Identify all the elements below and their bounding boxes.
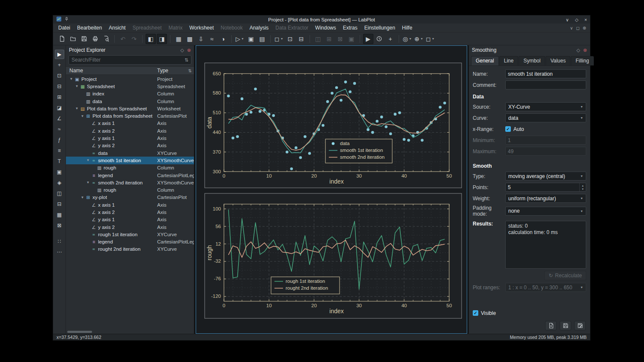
tree-row-x-axis-1-axis[interactable]: ∠x axis 1Axis [66, 201, 194, 208]
navigate-mode-button[interactable]: ◎▼ [402, 34, 413, 44]
tab-line[interactable]: Line [499, 56, 519, 65]
save-config-button[interactable] [560, 321, 571, 330]
new-matrix-button[interactable]: ▩ [185, 34, 195, 44]
float-panel-icon[interactable]: ◇ [180, 47, 184, 53]
menu-worksheet[interactable]: Worksheet [186, 24, 217, 31]
open-project-button[interactable] [68, 34, 78, 44]
tree-row-x-axis-2-axis[interactable]: ∠x axis 2Axis [66, 208, 194, 216]
filter-options-icon[interactable]: ⇅ [185, 57, 188, 63]
color-maps-button[interactable]: ◑ [218, 34, 228, 44]
new-spreadsheet-button[interactable]: ▦ [173, 34, 184, 44]
new-project-button[interactable] [57, 34, 67, 44]
tab-general[interactable]: General [471, 56, 499, 65]
name-field[interactable] [505, 69, 586, 78]
add-plot-button[interactable]: ◪ [55, 103, 64, 113]
pin-icon[interactable] [64, 17, 69, 22]
curve-select[interactable]: data▼ [505, 113, 586, 122]
plot-legend[interactable]: datasmooth 1st iterationsmooth 2nd itera… [325, 139, 392, 163]
column-header-name[interactable]: Name [66, 68, 83, 74]
print-preview-button[interactable] [101, 34, 111, 44]
tab-symbol[interactable]: Symbol [519, 56, 545, 65]
tree-row-rough-1st-iteration-xycurve[interactable]: ≈rough 1st iterationXYCurve [66, 231, 194, 238]
tree-row-legend-cartesianplotlegend[interactable]: ≡legendCartesianPlotLegend [66, 238, 194, 246]
import-data-button[interactable]: ⇩ [196, 34, 206, 44]
close-panel-icon[interactable]: ⊗ [187, 47, 191, 53]
comment-field[interactable] [505, 80, 586, 89]
mdi-close-icon[interactable]: ⊗ [583, 26, 586, 30]
expander-open-icon[interactable]: ▼ [74, 107, 80, 110]
plot-background[interactable] [205, 193, 462, 318]
add-equation-curve-button[interactable]: ƒ [55, 135, 64, 145]
mdi-restore-icon[interactable]: ∨ [570, 26, 573, 30]
tab-filling[interactable]: Filling [571, 56, 593, 65]
more-options-button[interactable]: ⋯ [55, 247, 64, 257]
sort-icon[interactable]: ⇅ [188, 68, 192, 73]
tree-row-plot-data-from-spreadsheet-cartesianplot[interactable]: ▼⊞Plot data from SpreadsheetCartesianPlo… [66, 112, 194, 119]
menu-analysis[interactable]: Analysis [246, 24, 272, 31]
tree-row-smooth-2nd-iteration-xysmoothcurve[interactable]: ▼≈smooth 2nd iterationXYSmoothCurve [66, 179, 194, 186]
tree-row-rough-column[interactable]: ▥roughColumn [66, 186, 194, 193]
search-input[interactable] [72, 57, 185, 63]
save-project-button[interactable] [79, 34, 89, 44]
expander-open-icon[interactable]: ▼ [69, 77, 74, 81]
tree-row-xy-plot-cartesianplot[interactable]: ▼⊞xy-plotCartesianPlot [66, 194, 194, 201]
menu-windows[interactable]: Windows [312, 24, 340, 31]
tree-row-x-axis-1-axis[interactable]: ∠x axis 1Axis [66, 120, 194, 127]
toggle-project-explorer-button[interactable]: ◧ [146, 34, 156, 44]
tree-row-project-project[interactable]: ▼▣ProjectProject [66, 75, 194, 83]
tree-row-x-axis-2-axis[interactable]: ∠x axis 2Axis [66, 127, 194, 134]
tree-row-rought-2nd-iteration-xycurve[interactable]: ≈rought 2nd iterationXYCurve [66, 246, 194, 253]
new-folder-button[interactable]: ▣ [246, 34, 256, 44]
horizontal-layout-button[interactable]: ⊟ [55, 199, 64, 209]
menu-datei[interactable]: Datei [55, 24, 74, 31]
menu-hilfe[interactable]: Hilfe [399, 24, 416, 31]
grid-layout-button[interactable]: ▦ [55, 210, 64, 220]
menu-bearbeiten[interactable]: Bearbeiten [74, 24, 105, 31]
visible-checkbox[interactable]: ✓ [473, 310, 478, 316]
zoom-x-mode-button[interactable]: ⊟ [55, 82, 64, 91]
add-image-button[interactable]: ▣ [55, 167, 64, 177]
column-header-type[interactable]: Type [157, 68, 168, 74]
tree-row-y-axis-1-axis[interactable]: ∠y axis 1Axis [66, 134, 194, 142]
vertical-layout-button[interactable]: ◫ [55, 189, 64, 198]
expander-open-icon[interactable]: ▼ [85, 158, 91, 162]
close-dock-icon[interactable]: ⊗ [583, 47, 587, 53]
no-layout-button[interactable]: ⊠ [55, 221, 64, 230]
tree-row-data-xycurve[interactable]: ≈dataXYCurve [66, 149, 194, 157]
selection-mode-button[interactable]: ◻▼ [425, 34, 435, 44]
tree-row-smooth-1st-iteration-xysmoothcurve[interactable]: ▼≈smooth 1st iterationXYSmoothCurve [66, 157, 194, 164]
maximize-button[interactable]: ◇ [575, 17, 578, 22]
cursor-tool-button[interactable]: + [385, 34, 396, 44]
zoom-mode-button[interactable]: ⊕▼ [414, 34, 424, 44]
menu-extras[interactable]: Extras [340, 24, 361, 31]
add-info-element-button[interactable]: ◈ [55, 178, 64, 187]
padding-mode-select[interactable]: none▼ [505, 207, 586, 216]
plot-background[interactable] [205, 63, 462, 188]
tree-row-data-column[interactable]: ▥dataColumn [66, 98, 194, 105]
menu-ansicht[interactable]: Ansicht [105, 24, 129, 31]
minimize-button[interactable]: ∨ [566, 17, 569, 22]
select-mode-button[interactable]: ▶ [55, 50, 64, 59]
expander-open-icon[interactable]: ▼ [80, 196, 85, 199]
horizontal-scrollbar[interactable] [67, 331, 92, 333]
tree-row-index-column[interactable]: ▥indexColumn [66, 90, 194, 98]
load-config-button[interactable] [545, 321, 557, 330]
toggle-properties-dock-button[interactable]: ◨ [157, 34, 167, 44]
new-curve-button[interactable]: ≈ [207, 34, 217, 44]
tree-row-y-axis-1-axis[interactable]: ∠y axis 1Axis [66, 216, 194, 223]
crosshair-mode-button[interactable]: + [55, 60, 64, 70]
zoom-select-mode-button[interactable]: ⊡ [55, 71, 64, 80]
weight-select[interactable]: uniform (rectangular)▼ [505, 194, 586, 203]
worksheet-view[interactable]: 01020304050300370440510580650indexdatada… [196, 45, 467, 334]
new-note-button[interactable]: ▤ [257, 34, 267, 44]
start-streaming-button[interactable]: ▶ [363, 34, 373, 44]
tab-values[interactable]: Values [546, 56, 570, 65]
expander-open-icon[interactable]: ▼ [85, 181, 91, 184]
new-worksheet-button[interactable]: ▷▼ [235, 34, 245, 44]
add-legend-button[interactable]: ≡ [55, 146, 64, 155]
tree-row-spreadsheet-spreadsheet[interactable]: ▼▦SpreadsheetSpreadsheet [66, 83, 194, 90]
expander-open-icon[interactable]: ▼ [80, 114, 85, 118]
plot-legend[interactable]: rough 1st iterationrought 2nd iteration [271, 277, 340, 294]
print-button[interactable] [90, 34, 100, 44]
tree-row-y-axis-2-axis[interactable]: ∠y axis 2Axis [66, 223, 194, 231]
